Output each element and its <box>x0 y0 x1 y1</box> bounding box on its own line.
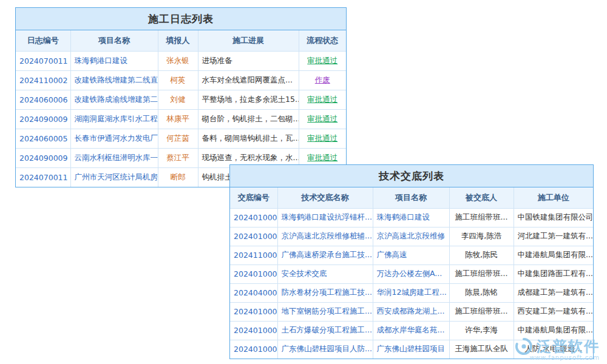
log-id-link[interactable]: 2024060005 <box>16 129 70 148</box>
status-link[interactable]: 审批通过 <box>299 129 346 148</box>
disclosed-person: 施工班组带班... <box>449 302 514 321</box>
progress-text: 备料，砌间墙钩机排土，瓦... <box>198 129 299 148</box>
disclosure-name-link[interactable]: 广佛高速桥梁承台施工技... <box>277 246 373 265</box>
fanpu-watermark: 泛普软件 www.fanpusoft.com <box>514 337 600 361</box>
table-header-row: 日志编号 项目名称 填报人 施工进展 流程状态 <box>16 30 346 51</box>
project-name-link[interactable]: 长春市伊通河水力发电厂... <box>70 129 158 148</box>
disclosure-name-link[interactable]: 地下室钢筋分项工程施工... <box>277 302 373 321</box>
table-header-row: 交底编号 技术交底名称 项目名称 被交底人 施工单位 <box>230 187 593 208</box>
table-row: 2024010003 安全技术交底 万达办公楼左侧A... 施工班组带班... … <box>230 265 593 283</box>
project-name-link[interactable]: 万达办公楼左侧A... <box>373 265 449 283</box>
column-header-disclosure-name: 技术交底名称 <box>277 187 373 208</box>
disclosure-name-link[interactable]: 京沪高速北京段维修桩辅... <box>277 227 373 246</box>
construction-unit: 成都建工第一建筑有... <box>514 283 593 302</box>
construction-unit: 中建集团路面工程有... <box>514 265 593 283</box>
reporter-name: 蔡江平 <box>158 148 198 167</box>
project-name-link[interactable]: 成都水岸华庭名苑... <box>373 321 449 340</box>
project-name-link[interactable]: 改建铁路成渝线增建第二... <box>70 90 158 109</box>
column-header-person: 被交底人 <box>449 187 514 208</box>
disclosure-name-link[interactable]: 防水卷材分项工程施工技... <box>277 283 373 302</box>
disclosed-person: 王海施工队全队 <box>449 340 514 359</box>
disclosure-id-link[interactable]: 2024010002 <box>230 302 277 321</box>
construction-log-panel: 施工日志列表 日志编号 项目名称 填报人 施工进展 流程状态 202407001… <box>15 7 347 187</box>
project-name-link[interactable]: 广东佛山碧桂园项目 <box>373 340 449 359</box>
construction-unit: 西安建工第一建筑有... <box>514 302 593 321</box>
table-row: 2024060006 改建铁路成渝线增建第二... 刘健 平整场地，拉走多余泥土… <box>16 90 346 109</box>
reporter-name: 何芷茵 <box>158 129 198 148</box>
log-id-link[interactable]: 2024060006 <box>16 90 70 109</box>
project-name-link[interactable]: 广佛高速 <box>373 246 449 265</box>
disclosure-name-link[interactable]: 广东佛山碧桂园项目人防... <box>277 340 373 359</box>
log-id-link[interactable]: 2024090009 <box>16 148 70 167</box>
table-row: 2024070011 珠海鹤港口建设 张永银 进场准备 审批通过 <box>16 51 346 70</box>
technical-disclosure-panel: 技术交底列表 交底编号 技术交底名称 项目名称 被交底人 施工单位 202401… <box>229 164 594 359</box>
disclosure-name-link[interactable]: 土石方爆破分项工程施工... <box>277 321 373 340</box>
project-name-link[interactable]: 广州市天河区统计局机房... <box>70 167 158 187</box>
table-row: 2024060005 长春市伊通河水力发电厂... 何芷茵 备料，砌间墙钩机排土… <box>16 129 346 148</box>
construction-unit: 中建港航局集团有限... <box>514 246 593 265</box>
fanpu-swirl-icon <box>514 337 534 356</box>
log-id-link[interactable]: 2024110002 <box>16 70 70 90</box>
construction-unit: 中国铁建集团有限公司 <box>514 208 593 227</box>
status-link[interactable]: 审批通过 <box>299 90 346 109</box>
project-name-link[interactable]: 珠海鹤港口建设 <box>70 51 158 70</box>
construction-log-title: 施工日志列表 <box>16 8 346 30</box>
log-id-link[interactable]: 2024070011 <box>16 167 70 187</box>
disclosed-person: 许华,李海 <box>449 321 514 340</box>
column-header-unit: 施工单位 <box>514 187 593 208</box>
reporter-name: 刘健 <box>158 90 198 109</box>
table-row: 2024040001 防水卷材分项工程施工技... 华润12城房建工程... 陈… <box>230 283 593 302</box>
desktop: 施工日志列表 日志编号 项目名称 填报人 施工进展 流程状态 202407001… <box>0 0 607 364</box>
disclosure-id-link[interactable]: 2024010001 <box>230 340 277 359</box>
disclosure-id-link[interactable]: 2024010003 <box>230 208 277 227</box>
disclosure-id-link[interactable]: 2024010003 <box>230 265 277 283</box>
column-header-project: 项目名称 <box>70 30 158 51</box>
column-header-disclosure-id: 交底编号 <box>230 187 277 208</box>
progress-text: 水车对全线遮阳网覆盖点... <box>198 70 299 90</box>
column-header-status: 流程状态 <box>299 30 346 51</box>
construction-unit: 河北建工第一建筑有... <box>514 227 593 246</box>
disclosure-id-link[interactable]: 2024110001 <box>230 246 277 265</box>
disclosure-id-link[interactable]: 2024010002 <box>230 321 277 340</box>
progress-text: 砌台阶，钩机排土，二包砌... <box>198 109 299 129</box>
column-header-project: 项目名称 <box>373 187 449 208</box>
disclosed-person: 施工班组带班... <box>449 265 514 283</box>
progress-text: 平整场地，拉走多余泥土15... <box>198 90 299 109</box>
status-link[interactable]: 作废 <box>299 70 346 90</box>
table-row: 2024090009 湖南洞庭湖水库引水工程... 林康平 砌台阶，钩机排土，二… <box>16 109 346 129</box>
progress-text: 进场准备 <box>198 51 299 70</box>
disclosure-id-link[interactable]: 2024010004 <box>230 227 277 246</box>
reporter-name: 柯英 <box>158 70 198 90</box>
project-name-link[interactable]: 改建铁路线增建第二线直... <box>70 70 158 90</box>
table-row: 2024010003 珠海鹤港口建设抗浮锚杆... 珠海鹤港口建设 施工班组带班… <box>230 208 593 227</box>
log-id-link[interactable]: 2024070011 <box>16 51 70 70</box>
disclosure-id-link[interactable]: 2024040001 <box>230 283 277 302</box>
project-name-link[interactable]: 湖南洞庭湖水库引水工程... <box>70 109 158 129</box>
project-name-link[interactable]: 华润12城房建工程... <box>373 283 449 302</box>
table-row: 2024010002 地下室钢筋分项工程施工... 西安成都路龙湖上... 施工… <box>230 302 593 321</box>
project-name-link[interactable]: 云南水利枢纽潜明水库一... <box>70 148 158 167</box>
brand-name: 泛普软件 <box>537 337 600 356</box>
project-name-link[interactable]: 珠海鹤港口建设 <box>373 208 449 227</box>
log-id-link[interactable]: 2024090009 <box>16 109 70 129</box>
disclosed-person: 李四海,陈浩 <box>449 227 514 246</box>
technical-disclosure-title: 技术交底列表 <box>230 165 593 187</box>
brand-url: www.fanpusoft.com <box>529 354 600 361</box>
disclosed-person: 施工班组带班... <box>449 208 514 227</box>
construction-log-table: 日志编号 项目名称 填报人 施工进展 流程状态 2024070011 珠海鹤港口… <box>16 30 346 187</box>
table-row: 2024110002 改建铁路线增建第二线直... 柯英 水车对全线遮阳网覆盖点… <box>16 70 346 90</box>
column-header-log-id: 日志编号 <box>16 30 70 51</box>
status-link[interactable]: 审批通过 <box>299 109 346 129</box>
disclosure-name-link[interactable]: 安全技术交底 <box>277 265 373 283</box>
reporter-name: 断郎 <box>158 167 198 187</box>
project-name-link[interactable]: 京沪高速北京段维修 <box>373 227 449 246</box>
column-header-progress: 施工进展 <box>198 30 299 51</box>
column-header-reporter: 填报人 <box>158 30 198 51</box>
disclosure-name-link[interactable]: 珠海鹤港口建设抗浮锚杆... <box>277 208 373 227</box>
project-name-link[interactable]: 西安成都路龙湖上... <box>373 302 449 321</box>
table-row: 2024110001 广佛高速桥梁承台施工技... 广佛高速 陈牧,陈民 中建港… <box>230 246 593 265</box>
technical-disclosure-table: 交底编号 技术交底名称 项目名称 被交底人 施工单位 2024010003 珠海… <box>230 187 593 359</box>
status-link[interactable]: 审批通过 <box>299 51 346 70</box>
reporter-name: 林康平 <box>158 109 198 129</box>
disclosed-person: 陈晨,陈铭 <box>449 283 514 302</box>
